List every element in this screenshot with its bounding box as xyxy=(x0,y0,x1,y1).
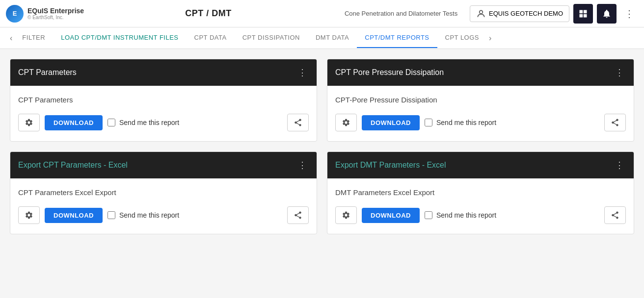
card-export-dmt-description: DMT Parameters Excel Export xyxy=(335,188,626,197)
card-export-cpt-title: Export CPT Parameters - Excel xyxy=(18,161,128,170)
cpt-pore-pressure-download-button[interactable]: DOWNLOAD xyxy=(362,115,420,130)
cpt-pore-pressure-settings-button[interactable] xyxy=(335,114,357,131)
card-cpt-parameters: CPT Parameters ⋮ CPT Parameters DOWNLOAD… xyxy=(10,59,317,142)
card-cpt-pore-pressure-menu-button[interactable]: ⋮ xyxy=(613,66,626,79)
card-cpt-pore-pressure-description: CPT-Pore Pressure Dissipation xyxy=(335,96,626,104)
app-header: E EQuIS Enterprise © EarthSoft, Inc. CPT… xyxy=(0,0,644,27)
nav-left-arrow[interactable]: ‹ xyxy=(8,34,14,43)
user-account-button[interactable]: EQUIS GEOTECH DEMO xyxy=(470,5,569,22)
navigation-tabs: ‹ FILTER LOAD CPT/DMT INSTRUMENT FILES C… xyxy=(0,27,644,49)
cpt-parameters-settings-button[interactable] xyxy=(18,114,40,131)
cpt-parameters-download-button[interactable]: DOWNLOAD xyxy=(45,115,103,130)
main-content: CPT Parameters ⋮ CPT Parameters DOWNLOAD… xyxy=(0,49,644,244)
cpt-parameters-send-report-label: Send me this report xyxy=(119,119,179,126)
card-cpt-parameters-header: CPT Parameters ⋮ xyxy=(10,59,317,86)
card-cpt-pore-pressure-header: CPT Pore Pressure Dissipation ⋮ xyxy=(327,59,634,86)
tab-cpt-data[interactable]: CPT DATA xyxy=(187,28,235,48)
svg-rect-1 xyxy=(580,10,583,13)
export-dmt-send-report-label: Send me this report xyxy=(436,211,496,219)
card-export-cpt-description: CPT Parameters Excel Export xyxy=(18,188,309,197)
person-icon xyxy=(476,9,486,19)
tab-dmt-data[interactable]: DMT DATA xyxy=(308,28,357,48)
gear-icon xyxy=(342,211,350,220)
export-dmt-send-report-checkbox[interactable]: Send me this report xyxy=(425,211,496,219)
card-export-dmt-header: Export DMT Parameters - Excel ⋮ xyxy=(327,152,634,178)
app-subtitle: Cone Penetration and Dilatometer Tests xyxy=(332,10,470,17)
cpt-parameters-share-button[interactable] xyxy=(287,114,309,131)
export-dmt-checkbox-input[interactable] xyxy=(425,211,432,219)
card-export-cpt-menu-button[interactable]: ⋮ xyxy=(296,159,309,172)
card-cpt-parameters-title: CPT Parameters xyxy=(18,68,77,77)
grid-icon xyxy=(578,9,588,19)
card-cpt-pore-pressure: CPT Pore Pressure Dissipation ⋮ CPT-Pore… xyxy=(327,59,634,142)
svg-rect-4 xyxy=(584,14,587,17)
card-export-dmt-menu-button[interactable]: ⋮ xyxy=(613,159,626,172)
brand-name: EQuIS Enterprise xyxy=(27,7,84,15)
card-export-cpt: Export CPT Parameters - Excel ⋮ CPT Para… xyxy=(10,151,317,234)
tab-cpt-logs[interactable]: CPT LOGS xyxy=(437,28,487,48)
card-cpt-parameters-menu-button[interactable]: ⋮ xyxy=(296,66,309,79)
export-cpt-checkbox-input[interactable] xyxy=(107,211,115,219)
more-options-button[interactable]: ⋮ xyxy=(620,6,638,22)
card-export-dmt: Export DMT Parameters - Excel ⋮ DMT Para… xyxy=(327,151,634,234)
card-cpt-parameters-description: CPT Parameters xyxy=(18,96,309,104)
logo-icon: E xyxy=(6,5,24,23)
export-cpt-send-report-label: Send me this report xyxy=(119,211,179,219)
svg-rect-2 xyxy=(584,10,587,13)
notifications-button[interactable] xyxy=(597,4,617,24)
export-cpt-settings-button[interactable] xyxy=(18,206,40,224)
header-actions: EQUIS GEOTECH DEMO ⋮ xyxy=(470,4,638,24)
export-cpt-download-button[interactable]: DOWNLOAD xyxy=(45,208,103,223)
bell-icon xyxy=(602,9,612,19)
share-icon xyxy=(611,211,619,220)
export-dmt-settings-button[interactable] xyxy=(335,206,357,224)
export-cpt-send-report-checkbox[interactable]: Send me this report xyxy=(107,211,179,219)
card-export-cpt-header: Export CPT Parameters - Excel ⋮ xyxy=(10,152,317,178)
export-dmt-share-button[interactable] xyxy=(604,206,626,224)
share-icon xyxy=(294,118,302,127)
share-icon xyxy=(611,118,619,127)
tab-cpt-dmt-reports[interactable]: CPT/DMT REPORTS xyxy=(357,28,437,48)
tab-filter[interactable]: FILTER xyxy=(14,28,53,48)
tab-load-cpt[interactable]: LOAD CPT/DMT INSTRUMENT FILES xyxy=(53,28,186,48)
gear-icon xyxy=(25,211,33,220)
cpt-pore-pressure-send-report-checkbox[interactable]: Send me this report xyxy=(425,119,496,126)
brand-sub: © EarthSoft, Inc. xyxy=(27,15,84,20)
cpt-pore-pressure-send-report-label: Send me this report xyxy=(436,119,496,126)
svg-point-0 xyxy=(480,10,483,14)
grid-view-button[interactable] xyxy=(573,4,593,24)
export-cpt-share-button[interactable] xyxy=(287,206,309,224)
card-export-dmt-title: Export DMT Parameters - Excel xyxy=(335,161,446,170)
brand-logo: E EQuIS Enterprise © EarthSoft, Inc. xyxy=(6,5,84,23)
export-dmt-download-button[interactable]: DOWNLOAD xyxy=(362,208,420,223)
nav-right-arrow[interactable]: › xyxy=(487,34,493,43)
cpt-parameters-send-report-checkbox[interactable]: Send me this report xyxy=(107,119,179,126)
tab-cpt-dissipation[interactable]: CPT DISSIPATION xyxy=(235,28,308,48)
cpt-parameters-checkbox-input[interactable] xyxy=(107,119,115,126)
gear-icon xyxy=(342,118,350,127)
svg-rect-3 xyxy=(580,14,583,17)
share-icon xyxy=(294,211,302,220)
app-title: CPT / DMT xyxy=(185,8,232,19)
gear-icon xyxy=(25,118,33,127)
cpt-pore-pressure-share-button[interactable] xyxy=(604,114,626,131)
cpt-pore-pressure-checkbox-input[interactable] xyxy=(425,119,432,126)
card-cpt-pore-pressure-title: CPT Pore Pressure Dissipation xyxy=(335,68,444,77)
user-label: EQUIS GEOTECH DEMO xyxy=(489,10,563,17)
